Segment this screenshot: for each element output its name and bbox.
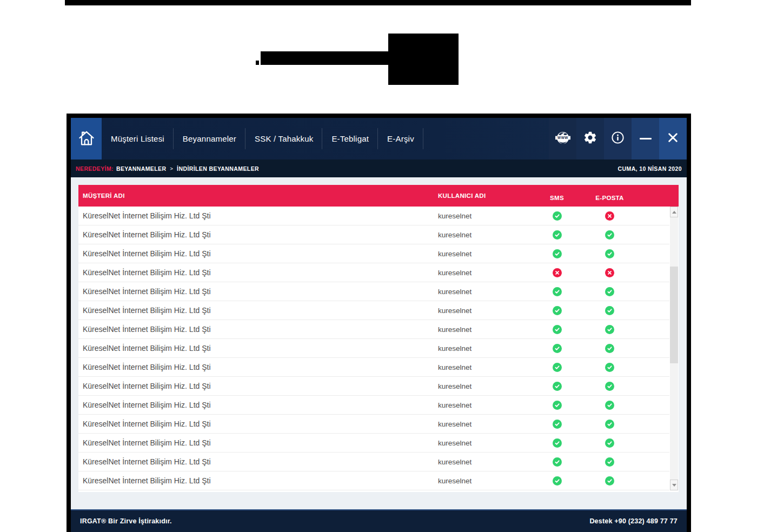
sms-status (553, 401, 562, 410)
app-window: Müşteri Listesi Beyannameler SSK / Tahak… (67, 114, 691, 532)
username-cell: kureselnet (438, 458, 527, 466)
sms-status (553, 249, 562, 258)
menu-item-label: E-Arşiv (387, 134, 414, 143)
customer-name-cell: KüreselNet İnternet Bilişim Hiz. Ltd Şti (78, 287, 438, 296)
minimize-button[interactable] (632, 118, 659, 159)
close-icon (667, 132, 679, 145)
table-row[interactable]: KüreselNet İnternet Bilişim Hiz. Ltd Şti… (78, 471, 669, 490)
email-status (605, 287, 614, 296)
table-row[interactable]: KüreselNet İnternet Bilişim Hiz. Ltd Şti… (78, 396, 669, 415)
email-status (605, 249, 614, 258)
email-status (605, 420, 614, 429)
nav-bar: Müşteri Listesi Beyannameler SSK / Tahak… (71, 118, 687, 159)
column-header-kullanici-adi: KULLANICI ADI (438, 192, 527, 199)
customer-name-cell: KüreselNet İnternet Bilişim Hiz. Ltd Şti (78, 420, 438, 428)
customer-name-cell: KüreselNet İnternet Bilişim Hiz. Ltd Şti (78, 344, 438, 353)
menu-item-label: E-Tebligat (331, 134, 369, 143)
email-status (605, 457, 614, 467)
triangle-down-icon (672, 484, 676, 487)
home-button[interactable] (71, 118, 102, 159)
customer-name-cell: KüreselNet İnternet Bilişim Hiz. Ltd Şti (78, 325, 438, 334)
table-row[interactable]: KüreselNet İnternet Bilişim Hiz. Ltd Şti… (78, 282, 669, 301)
email-status (605, 363, 614, 372)
username-cell: kureselnet (438, 231, 527, 239)
sms-status (553, 420, 562, 429)
email-status (605, 306, 614, 315)
table-row[interactable]: KüreselNet İnternet Bilişim Hiz. Ltd Şti… (78, 339, 669, 358)
web-button[interactable]: WWW (549, 118, 576, 159)
email-status (605, 401, 614, 410)
email-status (605, 382, 614, 391)
redaction-dot (256, 61, 259, 65)
info-button[interactable] (604, 118, 632, 159)
scrollbar-up-button[interactable] (670, 207, 678, 217)
main-menu: Müşteri Listesi Beyannameler SSK / Tahak… (102, 118, 423, 159)
vertical-scrollbar[interactable] (669, 207, 679, 490)
username-cell: kureselnet (438, 382, 527, 390)
menu-item-label: Müşteri Listesi (111, 134, 164, 143)
close-button[interactable] (659, 118, 687, 159)
menu-item-ssk-tahakkuk[interactable]: SSK / Tahakkuk (245, 118, 322, 159)
username-cell: kureselnet (438, 325, 527, 334)
customer-name-cell: KüreselNet İnternet Bilişim Hiz. Ltd Şti (78, 249, 438, 258)
footer-support-phone: Destek +90 (232) 489 77 77 (589, 517, 678, 525)
menu-item-musteri-listesi[interactable]: Müşteri Listesi (102, 118, 174, 159)
sms-status (553, 438, 562, 448)
sms-status (553, 306, 562, 315)
declarations-table: MÜŞTERİ ADI KULLANICI ADI SMS E-POSTA Kü… (78, 185, 679, 492)
table-row[interactable]: KüreselNet İnternet Bilişim Hiz. Ltd Şti… (78, 415, 669, 434)
menu-item-label: Beyannameler (183, 134, 236, 143)
customer-name-cell: KüreselNet İnternet Bilişim Hiz. Ltd Şti (78, 457, 438, 466)
top-black-strip (65, 0, 691, 5)
customer-name-cell: KüreselNet İnternet Bilişim Hiz. Ltd Şti (78, 211, 438, 220)
table-row[interactable]: KüreselNet İnternet Bilişim Hiz. Ltd Şti… (78, 377, 669, 396)
redaction-bar (261, 51, 388, 65)
username-cell: kureselnet (438, 269, 527, 277)
footer-brand-text: IRGAT® Bir Zirve İştirakıdır. (80, 517, 172, 525)
sms-status (553, 211, 562, 221)
username-cell: kureselnet (438, 477, 527, 485)
username-cell: kureselnet (438, 401, 527, 409)
breadcrumb-item-beyannameler[interactable]: BEYANNAMELER (116, 165, 167, 172)
sms-status (553, 457, 562, 467)
sms-status (553, 382, 562, 391)
table-body: KüreselNet İnternet Bilişim Hiz. Ltd Şti… (78, 207, 679, 492)
breadcrumb-item-indirilen-beyannameler[interactable]: İNDİRİLEN BEYANNAMELER (177, 165, 259, 172)
table-row[interactable]: KüreselNet İnternet Bilişim Hiz. Ltd Şti… (78, 207, 669, 225)
table-row[interactable]: KüreselNet İnternet Bilişim Hiz. Ltd Şti… (78, 434, 669, 453)
table-row[interactable]: KüreselNet İnternet Bilişim Hiz. Ltd Şti… (78, 453, 669, 471)
column-header-e-posta: E-POSTA (587, 191, 633, 201)
menu-item-label: SSK / Tahakkuk (255, 134, 313, 143)
table-row[interactable]: KüreselNet İnternet Bilişim Hiz. Ltd Şti… (78, 244, 669, 263)
scrollbar-thumb[interactable] (670, 267, 678, 363)
email-status (605, 438, 614, 448)
customer-name-cell: KüreselNet İnternet Bilişim Hiz. Ltd Şti (78, 438, 438, 447)
sms-status (553, 363, 562, 372)
globe-www-icon: WWW (555, 130, 571, 148)
table-body-rows: KüreselNet İnternet Bilişim Hiz. Ltd Şti… (78, 207, 669, 490)
info-icon (610, 130, 625, 147)
table-row[interactable]: KüreselNet İnternet Bilişim Hiz. Ltd Şti… (78, 225, 669, 244)
redaction-block (388, 34, 459, 85)
customer-name-cell: KüreselNet İnternet Bilişim Hiz. Ltd Şti (78, 230, 438, 239)
menu-item-e-arsiv[interactable]: E-Arşiv (378, 118, 423, 159)
table-row[interactable]: KüreselNet İnternet Bilişim Hiz. Ltd Şti… (78, 263, 669, 282)
svg-text:WWW: WWW (557, 135, 568, 139)
sms-status (553, 325, 562, 334)
customer-name-cell: KüreselNet İnternet Bilişim Hiz. Ltd Şti (78, 401, 438, 409)
scrollbar-down-button[interactable] (670, 480, 678, 490)
menu-item-beyannameler[interactable]: Beyannameler (174, 118, 245, 159)
table-row[interactable]: KüreselNet İnternet Bilişim Hiz. Ltd Şti… (78, 301, 669, 320)
username-cell: kureselnet (438, 307, 527, 315)
table-row[interactable]: KüreselNet İnternet Bilişim Hiz. Ltd Şti… (78, 358, 669, 377)
settings-button[interactable] (576, 118, 604, 159)
gear-icon (583, 130, 597, 147)
customer-name-cell: KüreselNet İnternet Bilişim Hiz. Ltd Şti (78, 268, 438, 277)
username-cell: kureselnet (438, 363, 527, 371)
customer-name-cell: KüreselNet İnternet Bilişim Hiz. Ltd Şti (78, 306, 438, 315)
table-row[interactable]: KüreselNet İnternet Bilişim Hiz. Ltd Şti… (78, 320, 669, 339)
sms-status (553, 476, 562, 486)
breadcrumb-label: NEREDEYİM: (76, 165, 114, 172)
menu-item-e-tebligat[interactable]: E-Tebligat (322, 118, 378, 159)
table-header: MÜŞTERİ ADI KULLANICI ADI SMS E-POSTA (78, 185, 679, 207)
